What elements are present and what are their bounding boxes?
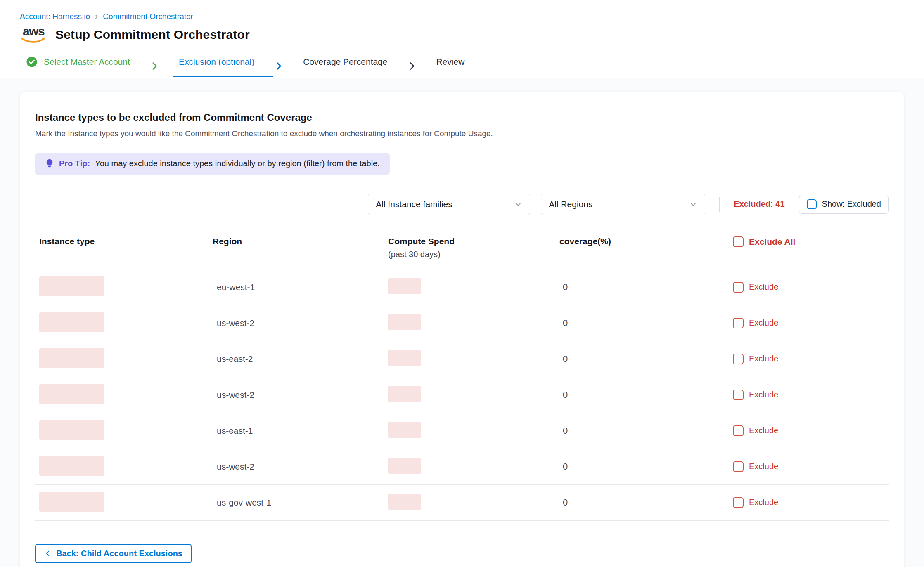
exclude-all-label: Exclude All xyxy=(749,237,795,247)
redacted-instance-type xyxy=(39,348,104,368)
exclude-label: Exclude xyxy=(749,354,778,364)
redacted-compute-spend xyxy=(388,314,421,330)
main-card: Instance types to be excluded from Commi… xyxy=(20,92,904,567)
exclude-label: Exclude xyxy=(749,498,778,507)
coverage-cell: 0 xyxy=(559,461,733,472)
redacted-instance-type xyxy=(39,384,104,404)
title-row: aws Setup Commitment Orchestrator xyxy=(20,26,904,43)
table-body: eu-west-1 0 Exclude us-west-2 0 Exclude … xyxy=(35,269,889,521)
table-row: us-east-1 0 Exclude xyxy=(35,413,889,449)
breadcrumb-page-link[interactable]: Commitment Orchestrator xyxy=(103,12,193,21)
back-button-label: Back: Child Account Exclusions xyxy=(56,549,182,558)
instance-families-value: All Instance families xyxy=(376,199,453,209)
breadcrumb-separator-icon: › xyxy=(95,12,98,21)
table-row: us-west-2 0 Exclude xyxy=(35,305,889,341)
regions-value: All Regions xyxy=(549,199,592,209)
coverage-cell: 0 xyxy=(559,390,733,400)
page: Account: Harness.io › Commitment Orchest… xyxy=(0,0,924,567)
table-header-row: Instance type Region Compute Spend (past… xyxy=(35,236,889,269)
coverage-cell: 0 xyxy=(559,354,733,364)
exclude-all-control[interactable]: Exclude All xyxy=(733,236,885,247)
pro-tip-label: Pro Tip: xyxy=(59,159,90,168)
aws-logo: aws xyxy=(20,26,47,43)
regions-dropdown[interactable]: All Regions xyxy=(541,194,705,215)
col-header-region: Region xyxy=(213,236,388,246)
page-title: Setup Commitment Orchestrator xyxy=(55,28,250,42)
exclude-cell: Exclude xyxy=(733,390,885,400)
exclude-checkbox[interactable] xyxy=(733,318,744,328)
step-coverage-percentage[interactable]: Coverage Percentage xyxy=(297,55,393,77)
pro-tip-banner: Pro Tip: You may exclude instance types … xyxy=(35,153,390,175)
redacted-instance-type xyxy=(39,312,104,332)
redacted-compute-spend xyxy=(388,494,421,510)
content-area: Instance types to be excluded from Commi… xyxy=(0,78,924,567)
exclude-checkbox[interactable] xyxy=(733,282,744,293)
exclude-checkbox[interactable] xyxy=(733,354,744,364)
redacted-compute-spend xyxy=(388,458,421,474)
exclude-checkbox[interactable] xyxy=(733,497,744,508)
region-cell: us-west-2 xyxy=(213,390,388,400)
col-header-compute-spend-sub: (past 30 days) xyxy=(388,250,559,259)
lightbulb-icon xyxy=(45,159,54,169)
chevron-right-icon xyxy=(273,61,284,71)
aws-logo-text: aws xyxy=(23,26,44,37)
table-row: us-west-2 0 Exclude xyxy=(35,449,889,485)
aws-smile-icon xyxy=(21,37,46,43)
table-row: us-gov-west-1 0 Exclude xyxy=(35,485,889,521)
redacted-instance-type xyxy=(39,276,104,296)
table-row: eu-west-1 0 Exclude xyxy=(35,269,889,305)
exclude-cell: Exclude xyxy=(733,497,885,508)
step-review[interactable]: Review xyxy=(431,55,471,77)
redacted-compute-spend xyxy=(388,422,421,438)
redacted-compute-spend xyxy=(388,278,421,294)
show-excluded-label: Show: Excluded xyxy=(822,199,881,209)
breadcrumb-account-link[interactable]: Account: Harness.io xyxy=(20,12,90,21)
check-circle-icon xyxy=(26,56,38,68)
step-select-master-account[interactable]: Select Master Account xyxy=(20,54,136,78)
region-cell: us-east-2 xyxy=(213,354,388,364)
exclude-cell: Exclude xyxy=(733,461,885,472)
region-cell: eu-west-1 xyxy=(213,282,388,292)
step-exclusion-optional[interactable]: Exclusion (optional) xyxy=(173,55,260,77)
show-excluded-toggle[interactable]: Show: Excluded xyxy=(799,195,889,214)
region-cell: us-west-2 xyxy=(213,462,388,472)
vertical-divider xyxy=(719,197,720,212)
exclude-cell: Exclude xyxy=(733,318,885,328)
exclude-cell: Exclude xyxy=(733,425,885,436)
filters-row: All Instance families All Regions Exclud… xyxy=(35,194,889,215)
instance-families-dropdown[interactable]: All Instance families xyxy=(368,194,530,215)
redacted-instance-type xyxy=(39,420,104,440)
coverage-cell: 0 xyxy=(559,425,733,436)
exclude-checkbox[interactable] xyxy=(733,461,744,472)
exclude-checkbox[interactable] xyxy=(733,390,744,400)
redacted-compute-spend xyxy=(388,350,421,366)
exclude-cell: Exclude xyxy=(733,282,885,293)
card-subheading: Mark the Instance types you would like t… xyxy=(35,129,889,138)
coverage-cell: 0 xyxy=(559,282,733,293)
chevron-down-icon xyxy=(689,200,697,208)
excluded-count-badge: Excluded: 41 xyxy=(734,199,784,209)
exclude-checkbox[interactable] xyxy=(733,425,744,436)
chevron-down-icon xyxy=(514,200,522,208)
redacted-instance-type xyxy=(39,492,104,512)
exclude-cell: Exclude xyxy=(733,354,885,364)
coverage-cell: 0 xyxy=(559,497,733,508)
redacted-instance-type xyxy=(39,456,104,476)
stepper: Select Master AccountExclusion (optional… xyxy=(0,54,924,78)
back-button[interactable]: Back: Child Account Exclusions xyxy=(35,544,192,563)
header-area: Account: Harness.io › Commitment Orchest… xyxy=(0,0,924,43)
pro-tip-text: You may exclude instance types individua… xyxy=(95,159,380,168)
exclude-label: Exclude xyxy=(749,390,778,399)
region-cell: us-gov-west-1 xyxy=(213,498,388,508)
table-row: us-west-2 0 Exclude xyxy=(35,377,889,413)
card-heading: Instance types to be excluded from Commi… xyxy=(35,112,889,123)
exclude-label: Exclude xyxy=(749,426,778,435)
show-excluded-checkbox[interactable] xyxy=(807,199,817,209)
exclude-label: Exclude xyxy=(749,282,778,292)
exclude-label: Exclude xyxy=(749,318,778,328)
region-cell: us-west-2 xyxy=(213,318,388,328)
exclude-label: Exclude xyxy=(749,462,778,471)
breadcrumb: Account: Harness.io › Commitment Orchest… xyxy=(20,12,904,21)
exclude-all-checkbox[interactable] xyxy=(733,236,744,247)
chevron-right-icon xyxy=(149,61,160,71)
